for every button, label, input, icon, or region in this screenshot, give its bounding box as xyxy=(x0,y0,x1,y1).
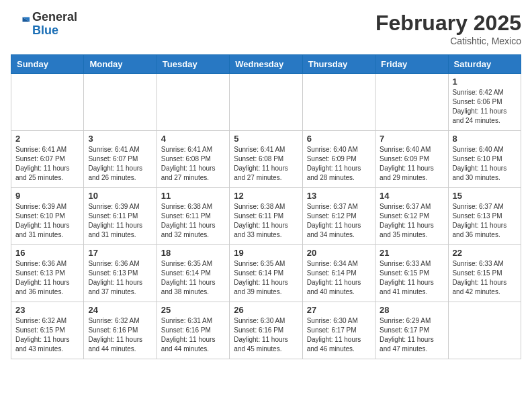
calendar-cell: 7Sunrise: 6:40 AM Sunset: 6:09 PM Daylig… xyxy=(375,131,448,188)
weekday-header-sunday: Sunday xyxy=(11,55,84,74)
logo-icon xyxy=(11,15,30,34)
day-info: Sunrise: 6:30 AM Sunset: 6:17 PM Dayligh… xyxy=(307,316,371,354)
day-number: 17 xyxy=(88,248,152,258)
day-info: Sunrise: 6:41 AM Sunset: 6:08 PM Dayligh… xyxy=(161,145,225,183)
calendar-cell: 21Sunrise: 6:33 AM Sunset: 6:15 PM Dayli… xyxy=(375,245,448,302)
weekday-header-thursday: Thursday xyxy=(302,55,375,74)
day-info: Sunrise: 6:41 AM Sunset: 6:07 PM Dayligh… xyxy=(15,145,79,183)
calendar-cell: 6Sunrise: 6:40 AM Sunset: 6:09 PM Daylig… xyxy=(302,131,375,188)
calendar-cell xyxy=(230,74,302,131)
day-number: 7 xyxy=(380,134,443,144)
day-number: 5 xyxy=(234,134,298,144)
calendar-cell xyxy=(302,74,375,131)
calendar-cell: 28Sunrise: 6:29 AM Sunset: 6:17 PM Dayli… xyxy=(375,302,448,359)
calendar-cell xyxy=(448,302,521,359)
day-number: 4 xyxy=(161,134,225,144)
logo: General Blue xyxy=(11,11,77,38)
calendar-week-2: 2Sunrise: 6:41 AM Sunset: 6:07 PM Daylig… xyxy=(11,131,521,188)
calendar-cell: 5Sunrise: 6:41 AM Sunset: 6:08 PM Daylig… xyxy=(230,131,302,188)
page-header: General Blue February 2025 Catishtic, Me… xyxy=(11,11,521,46)
day-number: 21 xyxy=(380,248,443,258)
calendar-cell: 20Sunrise: 6:34 AM Sunset: 6:14 PM Dayli… xyxy=(302,245,375,302)
day-number: 12 xyxy=(234,191,298,201)
day-number: 8 xyxy=(453,134,517,144)
day-number: 3 xyxy=(88,134,152,144)
day-number: 27 xyxy=(307,305,371,315)
day-info: Sunrise: 6:41 AM Sunset: 6:07 PM Dayligh… xyxy=(88,145,152,183)
day-info: Sunrise: 6:35 AM Sunset: 6:14 PM Dayligh… xyxy=(234,259,298,297)
calendar-cell: 22Sunrise: 6:33 AM Sunset: 6:15 PM Dayli… xyxy=(448,245,521,302)
calendar-cell: 13Sunrise: 6:37 AM Sunset: 6:12 PM Dayli… xyxy=(302,188,375,245)
day-number: 1 xyxy=(453,77,517,87)
calendar-table: SundayMondayTuesdayWednesdayThursdayFrid… xyxy=(11,54,521,359)
day-number: 28 xyxy=(380,305,443,315)
calendar-cell: 15Sunrise: 6:37 AM Sunset: 6:13 PM Dayli… xyxy=(448,188,521,245)
day-info: Sunrise: 6:37 AM Sunset: 6:12 PM Dayligh… xyxy=(380,202,443,240)
calendar-cell: 10Sunrise: 6:39 AM Sunset: 6:11 PM Dayli… xyxy=(84,188,157,245)
calendar-cell: 26Sunrise: 6:30 AM Sunset: 6:16 PM Dayli… xyxy=(230,302,302,359)
day-number: 10 xyxy=(88,191,152,201)
day-info: Sunrise: 6:40 AM Sunset: 6:09 PM Dayligh… xyxy=(307,145,371,183)
day-number: 13 xyxy=(307,191,371,201)
day-info: Sunrise: 6:39 AM Sunset: 6:10 PM Dayligh… xyxy=(15,202,79,240)
day-info: Sunrise: 6:33 AM Sunset: 6:15 PM Dayligh… xyxy=(380,259,443,297)
calendar-cell: 24Sunrise: 6:32 AM Sunset: 6:16 PM Dayli… xyxy=(84,302,157,359)
day-info: Sunrise: 6:38 AM Sunset: 6:11 PM Dayligh… xyxy=(234,202,298,240)
weekday-header-tuesday: Tuesday xyxy=(157,55,229,74)
day-info: Sunrise: 6:37 AM Sunset: 6:13 PM Dayligh… xyxy=(453,202,517,240)
day-number: 18 xyxy=(161,248,225,258)
day-number: 14 xyxy=(380,191,443,201)
calendar-cell: 23Sunrise: 6:32 AM Sunset: 6:15 PM Dayli… xyxy=(11,302,84,359)
calendar-cell: 1Sunrise: 6:42 AM Sunset: 6:06 PM Daylig… xyxy=(448,74,521,131)
calendar-cell: 8Sunrise: 6:40 AM Sunset: 6:10 PM Daylig… xyxy=(448,131,521,188)
day-info: Sunrise: 6:38 AM Sunset: 6:11 PM Dayligh… xyxy=(161,202,225,240)
day-info: Sunrise: 6:41 AM Sunset: 6:08 PM Dayligh… xyxy=(234,145,298,183)
day-number: 6 xyxy=(307,134,371,144)
calendar-cell: 12Sunrise: 6:38 AM Sunset: 6:11 PM Dayli… xyxy=(230,188,302,245)
day-info: Sunrise: 6:42 AM Sunset: 6:06 PM Dayligh… xyxy=(453,88,517,126)
day-number: 15 xyxy=(453,191,517,201)
day-number: 20 xyxy=(307,248,371,258)
day-info: Sunrise: 6:40 AM Sunset: 6:09 PM Dayligh… xyxy=(380,145,443,183)
calendar-cell: 18Sunrise: 6:35 AM Sunset: 6:14 PM Dayli… xyxy=(157,245,229,302)
calendar-header: SundayMondayTuesdayWednesdayThursdayFrid… xyxy=(11,55,521,74)
calendar-cell: 4Sunrise: 6:41 AM Sunset: 6:08 PM Daylig… xyxy=(157,131,229,188)
day-number: 9 xyxy=(15,191,79,201)
day-number: 24 xyxy=(88,305,152,315)
month-year-title: February 2025 xyxy=(375,11,521,36)
title-block: February 2025 Catishtic, Mexico xyxy=(375,11,521,46)
day-number: 11 xyxy=(161,191,225,201)
calendar-cell xyxy=(157,74,229,131)
calendar-cell: 25Sunrise: 6:31 AM Sunset: 6:16 PM Dayli… xyxy=(157,302,229,359)
day-number: 23 xyxy=(15,305,79,315)
weekday-header-wednesday: Wednesday xyxy=(230,55,302,74)
calendar-week-3: 9Sunrise: 6:39 AM Sunset: 6:10 PM Daylig… xyxy=(11,188,521,245)
calendar-cell xyxy=(375,74,448,131)
logo-blue-text: Blue xyxy=(32,24,58,37)
logo-general-text: General xyxy=(32,10,77,24)
calendar-cell xyxy=(84,74,157,131)
calendar-week-1: 1Sunrise: 6:42 AM Sunset: 6:06 PM Daylig… xyxy=(11,74,521,131)
day-info: Sunrise: 6:32 AM Sunset: 6:15 PM Dayligh… xyxy=(15,316,79,354)
calendar-cell: 2Sunrise: 6:41 AM Sunset: 6:07 PM Daylig… xyxy=(11,131,84,188)
day-info: Sunrise: 6:39 AM Sunset: 6:11 PM Dayligh… xyxy=(88,202,152,240)
weekday-row: SundayMondayTuesdayWednesdayThursdayFrid… xyxy=(11,55,521,74)
calendar-cell xyxy=(11,74,84,131)
logo-text: General Blue xyxy=(32,11,77,38)
day-info: Sunrise: 6:35 AM Sunset: 6:14 PM Dayligh… xyxy=(161,259,225,297)
calendar-week-4: 16Sunrise: 6:36 AM Sunset: 6:13 PM Dayli… xyxy=(11,245,521,302)
calendar-body: 1Sunrise: 6:42 AM Sunset: 6:06 PM Daylig… xyxy=(11,74,521,359)
day-number: 19 xyxy=(234,248,298,258)
day-info: Sunrise: 6:32 AM Sunset: 6:16 PM Dayligh… xyxy=(88,316,152,354)
weekday-header-friday: Friday xyxy=(375,55,448,74)
day-number: 25 xyxy=(161,305,225,315)
day-number: 22 xyxy=(453,248,517,258)
calendar-cell: 3Sunrise: 6:41 AM Sunset: 6:07 PM Daylig… xyxy=(84,131,157,188)
calendar-cell: 17Sunrise: 6:36 AM Sunset: 6:13 PM Dayli… xyxy=(84,245,157,302)
location-subtitle: Catishtic, Mexico xyxy=(375,36,521,46)
day-info: Sunrise: 6:33 AM Sunset: 6:15 PM Dayligh… xyxy=(453,259,517,297)
calendar-cell: 27Sunrise: 6:30 AM Sunset: 6:17 PM Dayli… xyxy=(302,302,375,359)
day-info: Sunrise: 6:31 AM Sunset: 6:16 PM Dayligh… xyxy=(161,316,225,354)
weekday-header-monday: Monday xyxy=(84,55,157,74)
calendar-week-5: 23Sunrise: 6:32 AM Sunset: 6:15 PM Dayli… xyxy=(11,302,521,359)
